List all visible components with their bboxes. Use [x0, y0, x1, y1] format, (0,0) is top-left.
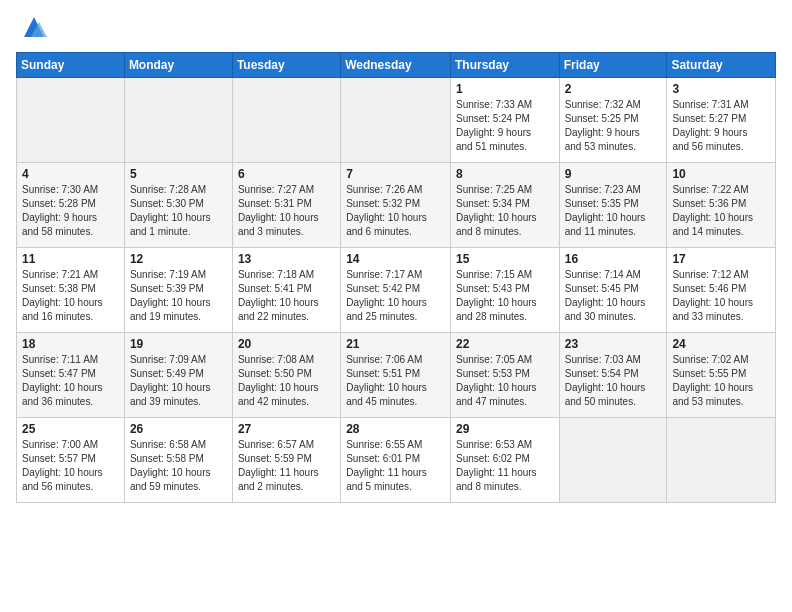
day-info: Sunrise: 7:18 AM Sunset: 5:41 PM Dayligh… — [238, 268, 335, 324]
day-info: Sunrise: 7:26 AM Sunset: 5:32 PM Dayligh… — [346, 183, 445, 239]
day-number: 29 — [456, 422, 554, 436]
calendar-week-3: 18Sunrise: 7:11 AM Sunset: 5:47 PM Dayli… — [17, 333, 776, 418]
day-number: 16 — [565, 252, 662, 266]
day-info: Sunrise: 7:32 AM Sunset: 5:25 PM Dayligh… — [565, 98, 662, 154]
day-info: Sunrise: 6:57 AM Sunset: 5:59 PM Dayligh… — [238, 438, 335, 494]
calendar-page: SundayMondayTuesdayWednesdayThursdayFrid… — [0, 0, 792, 612]
day-info: Sunrise: 6:58 AM Sunset: 5:58 PM Dayligh… — [130, 438, 227, 494]
day-info: Sunrise: 6:53 AM Sunset: 6:02 PM Dayligh… — [456, 438, 554, 494]
calendar-cell: 23Sunrise: 7:03 AM Sunset: 5:54 PM Dayli… — [559, 333, 667, 418]
logo-icon — [19, 12, 49, 42]
calendar-cell: 25Sunrise: 7:00 AM Sunset: 5:57 PM Dayli… — [17, 418, 125, 503]
calendar-week-1: 4Sunrise: 7:30 AM Sunset: 5:28 PM Daylig… — [17, 163, 776, 248]
calendar-cell — [17, 78, 125, 163]
day-info: Sunrise: 7:03 AM Sunset: 5:54 PM Dayligh… — [565, 353, 662, 409]
calendar-cell: 14Sunrise: 7:17 AM Sunset: 5:42 PM Dayli… — [341, 248, 451, 333]
day-number: 15 — [456, 252, 554, 266]
day-number: 3 — [672, 82, 770, 96]
calendar-cell: 20Sunrise: 7:08 AM Sunset: 5:50 PM Dayli… — [232, 333, 340, 418]
day-number: 2 — [565, 82, 662, 96]
day-number: 20 — [238, 337, 335, 351]
day-info: Sunrise: 7:06 AM Sunset: 5:51 PM Dayligh… — [346, 353, 445, 409]
day-number: 25 — [22, 422, 119, 436]
day-number: 13 — [238, 252, 335, 266]
day-info: Sunrise: 7:23 AM Sunset: 5:35 PM Dayligh… — [565, 183, 662, 239]
day-info: Sunrise: 6:55 AM Sunset: 6:01 PM Dayligh… — [346, 438, 445, 494]
calendar-cell: 29Sunrise: 6:53 AM Sunset: 6:02 PM Dayli… — [450, 418, 559, 503]
day-info: Sunrise: 7:08 AM Sunset: 5:50 PM Dayligh… — [238, 353, 335, 409]
day-info: Sunrise: 7:11 AM Sunset: 5:47 PM Dayligh… — [22, 353, 119, 409]
calendar-cell: 10Sunrise: 7:22 AM Sunset: 5:36 PM Dayli… — [667, 163, 776, 248]
day-number: 8 — [456, 167, 554, 181]
calendar-cell: 2Sunrise: 7:32 AM Sunset: 5:25 PM Daylig… — [559, 78, 667, 163]
day-info: Sunrise: 7:28 AM Sunset: 5:30 PM Dayligh… — [130, 183, 227, 239]
day-number: 28 — [346, 422, 445, 436]
calendar-cell: 18Sunrise: 7:11 AM Sunset: 5:47 PM Dayli… — [17, 333, 125, 418]
day-info: Sunrise: 7:17 AM Sunset: 5:42 PM Dayligh… — [346, 268, 445, 324]
day-number: 6 — [238, 167, 335, 181]
day-number: 10 — [672, 167, 770, 181]
day-number: 27 — [238, 422, 335, 436]
day-number: 22 — [456, 337, 554, 351]
calendar-cell — [667, 418, 776, 503]
day-info: Sunrise: 7:25 AM Sunset: 5:34 PM Dayligh… — [456, 183, 554, 239]
day-number: 5 — [130, 167, 227, 181]
day-number: 23 — [565, 337, 662, 351]
day-info: Sunrise: 7:31 AM Sunset: 5:27 PM Dayligh… — [672, 98, 770, 154]
day-number: 19 — [130, 337, 227, 351]
calendar-cell — [232, 78, 340, 163]
day-number: 11 — [22, 252, 119, 266]
calendar-cell: 12Sunrise: 7:19 AM Sunset: 5:39 PM Dayli… — [124, 248, 232, 333]
weekday-header-monday: Monday — [124, 53, 232, 78]
calendar-cell: 15Sunrise: 7:15 AM Sunset: 5:43 PM Dayli… — [450, 248, 559, 333]
day-number: 4 — [22, 167, 119, 181]
day-number: 1 — [456, 82, 554, 96]
day-number: 14 — [346, 252, 445, 266]
calendar-week-2: 11Sunrise: 7:21 AM Sunset: 5:38 PM Dayli… — [17, 248, 776, 333]
calendar-cell: 1Sunrise: 7:33 AM Sunset: 5:24 PM Daylig… — [450, 78, 559, 163]
day-info: Sunrise: 7:05 AM Sunset: 5:53 PM Dayligh… — [456, 353, 554, 409]
weekday-header-thursday: Thursday — [450, 53, 559, 78]
day-number: 7 — [346, 167, 445, 181]
calendar-cell: 22Sunrise: 7:05 AM Sunset: 5:53 PM Dayli… — [450, 333, 559, 418]
day-info: Sunrise: 7:12 AM Sunset: 5:46 PM Dayligh… — [672, 268, 770, 324]
calendar-cell: 28Sunrise: 6:55 AM Sunset: 6:01 PM Dayli… — [341, 418, 451, 503]
calendar-cell: 4Sunrise: 7:30 AM Sunset: 5:28 PM Daylig… — [17, 163, 125, 248]
weekday-header-wednesday: Wednesday — [341, 53, 451, 78]
day-number: 24 — [672, 337, 770, 351]
calendar-cell: 21Sunrise: 7:06 AM Sunset: 5:51 PM Dayli… — [341, 333, 451, 418]
day-info: Sunrise: 7:21 AM Sunset: 5:38 PM Dayligh… — [22, 268, 119, 324]
calendar-cell: 13Sunrise: 7:18 AM Sunset: 5:41 PM Dayli… — [232, 248, 340, 333]
day-info: Sunrise: 7:09 AM Sunset: 5:49 PM Dayligh… — [130, 353, 227, 409]
day-info: Sunrise: 7:27 AM Sunset: 5:31 PM Dayligh… — [238, 183, 335, 239]
calendar-cell: 24Sunrise: 7:02 AM Sunset: 5:55 PM Dayli… — [667, 333, 776, 418]
weekday-header-tuesday: Tuesday — [232, 53, 340, 78]
calendar-cell: 11Sunrise: 7:21 AM Sunset: 5:38 PM Dayli… — [17, 248, 125, 333]
calendar-cell — [341, 78, 451, 163]
calendar-cell: 7Sunrise: 7:26 AM Sunset: 5:32 PM Daylig… — [341, 163, 451, 248]
logo — [16, 16, 49, 42]
weekday-header-saturday: Saturday — [667, 53, 776, 78]
calendar-cell: 5Sunrise: 7:28 AM Sunset: 5:30 PM Daylig… — [124, 163, 232, 248]
calendar-cell: 16Sunrise: 7:14 AM Sunset: 5:45 PM Dayli… — [559, 248, 667, 333]
calendar-cell: 26Sunrise: 6:58 AM Sunset: 5:58 PM Dayli… — [124, 418, 232, 503]
weekday-header-row: SundayMondayTuesdayWednesdayThursdayFrid… — [17, 53, 776, 78]
calendar-week-4: 25Sunrise: 7:00 AM Sunset: 5:57 PM Dayli… — [17, 418, 776, 503]
day-number: 26 — [130, 422, 227, 436]
day-info: Sunrise: 7:30 AM Sunset: 5:28 PM Dayligh… — [22, 183, 119, 239]
day-number: 17 — [672, 252, 770, 266]
calendar-table: SundayMondayTuesdayWednesdayThursdayFrid… — [16, 52, 776, 503]
calendar-cell: 9Sunrise: 7:23 AM Sunset: 5:35 PM Daylig… — [559, 163, 667, 248]
day-info: Sunrise: 7:02 AM Sunset: 5:55 PM Dayligh… — [672, 353, 770, 409]
header — [16, 16, 776, 42]
calendar-cell: 6Sunrise: 7:27 AM Sunset: 5:31 PM Daylig… — [232, 163, 340, 248]
day-info: Sunrise: 7:33 AM Sunset: 5:24 PM Dayligh… — [456, 98, 554, 154]
day-number: 9 — [565, 167, 662, 181]
day-info: Sunrise: 7:00 AM Sunset: 5:57 PM Dayligh… — [22, 438, 119, 494]
calendar-cell: 19Sunrise: 7:09 AM Sunset: 5:49 PM Dayli… — [124, 333, 232, 418]
day-info: Sunrise: 7:22 AM Sunset: 5:36 PM Dayligh… — [672, 183, 770, 239]
calendar-cell: 27Sunrise: 6:57 AM Sunset: 5:59 PM Dayli… — [232, 418, 340, 503]
calendar-cell — [124, 78, 232, 163]
calendar-cell — [559, 418, 667, 503]
day-number: 18 — [22, 337, 119, 351]
